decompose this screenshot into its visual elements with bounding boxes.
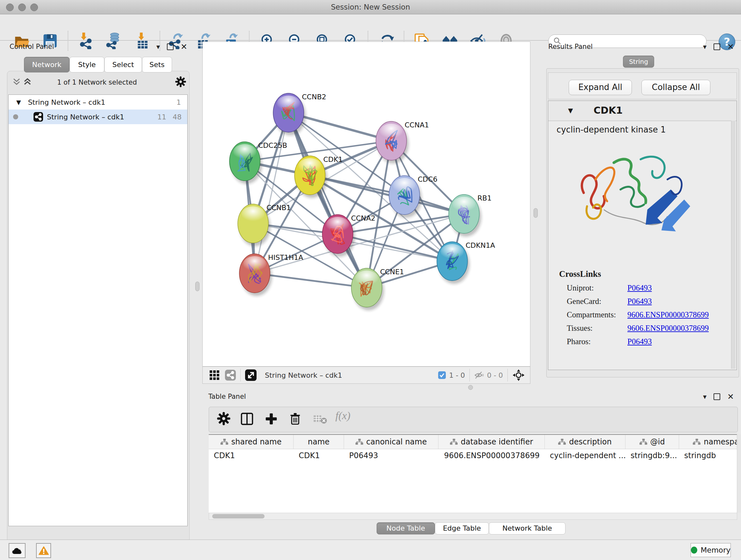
bottom-splitter-handle[interactable] [468,385,473,390]
collapse-all-button[interactable]: Collapse All [642,80,711,95]
protein-structure-image [563,139,697,260]
network-row[interactable]: String Network – cdk1 11 48 [9,110,187,124]
crosslink-label: Tissues: [567,324,627,333]
network-node-ccna2[interactable]: CCNA2 [322,214,375,257]
network-node-rb1[interactable]: RB1 [449,194,491,237]
table-cell[interactable]: 9606.ENSP00000378699 [439,449,545,462]
network-node-hist1h1a[interactable]: HIST1H1A [239,253,303,296]
panel-close-icon[interactable]: ✕ [727,393,734,401]
table-cell[interactable]: P06493 [344,449,439,462]
string-network-icon [33,112,43,122]
tab-node-table[interactable]: Node Table [377,522,435,535]
table-horizontal-scrollbar[interactable] [209,513,737,520]
app-statusbar: Memory [0,540,741,560]
memory-label: Memory [700,546,731,554]
table-cell[interactable]: stringdb:9... [625,449,679,462]
network-node-cdkn1a[interactable]: CDKN1A [437,241,495,284]
panel-menu-icon[interactable]: ▾ [156,44,160,51]
network-options-gear-icon[interactable] [175,76,186,89]
function-builder-fx[interactable]: f(x) [335,410,350,422]
crosslink-value-link[interactable]: 9606.ENSP00000378699 [627,310,709,319]
right-splitter-handle[interactable] [534,208,538,218]
network-label: String Network – cdk1 [47,113,124,121]
memory-button[interactable]: Memory [690,543,731,557]
birds-eye-view-icon[interactable] [512,369,525,381]
table-row[interactable]: CDK1CDK1P064939606.ENSP00000378699cyclin… [209,449,737,462]
table-cell[interactable]: CDK1 [293,449,344,462]
open-in-window-icon[interactable] [245,369,257,381]
tab-style[interactable]: Style [70,57,105,72]
crosslink-value-link[interactable]: 9606.ENSP00000378699 [627,324,709,333]
table-vertical-scrollbar[interactable] [737,434,741,513]
crosslink-row: Pharos:P06493 [567,337,737,346]
memory-status-dot [691,547,697,554]
tab-sets[interactable]: Sets [142,57,172,72]
network-node-ccnb2[interactable]: CCNB2 [273,93,326,135]
cloud-status-button[interactable] [9,543,25,558]
scrollbar-thumb[interactable] [212,514,265,518]
results-panel: Results Panel ▾ ✕ String Expand All Coll… [543,42,741,388]
panel-float-icon[interactable] [167,44,174,50]
tab-select[interactable]: Select [105,57,142,72]
node-label: CDC6 [418,175,437,183]
selected-checkbox-icon[interactable] [438,371,446,379]
crosslink-value-link[interactable]: P06493 [627,337,652,346]
control-panel: Control Panel ▾ ✕ Network Style Select S… [3,42,192,540]
table-cell[interactable]: CDK1 [209,449,293,462]
network-status-dot [13,114,18,119]
delete-table-icon[interactable] [313,414,327,426]
tab-string[interactable]: String [623,56,654,68]
network-thumbnail-icon[interactable] [225,370,236,381]
column-header-description[interactable]: description [545,435,625,449]
crosslink-row: Uniprot:P06493 [567,284,737,293]
panel-float-icon[interactable] [714,44,720,50]
entry-scrollbar[interactable] [731,121,736,369]
node-label: CCNB2 [302,93,326,101]
control-panel-title: Control Panel [10,43,54,51]
panel-close-icon[interactable]: ✕ [181,43,187,51]
table-cell[interactable]: cyclin-dependent ... [545,449,625,462]
column-header-database-identifier[interactable]: database identifier [439,435,545,449]
network-collection-row[interactable]: ▼ String Network – cdk1 1 [9,95,187,110]
column-header-shared-name[interactable]: shared name [209,435,293,449]
left-splitter-handle[interactable] [195,282,199,291]
network-node-ccne1[interactable]: CCNE1 [351,268,404,310]
column-type-icon [693,439,700,445]
panel-float-icon[interactable] [714,393,720,400]
warning-status-button[interactable] [36,543,51,558]
crosslink-value-link[interactable]: P06493 [627,284,652,293]
tab-edge-table[interactable]: Edge Table [435,522,489,535]
network-node-ccna1[interactable]: CCNA1 [376,121,429,164]
show-columns-icon[interactable] [240,412,254,428]
column-header-name[interactable]: name [293,435,344,449]
node-table[interactable]: shared namenamecanonical namedatabase id… [209,434,737,513]
table-toolbar: f(x) [209,407,738,432]
expand-all-button[interactable]: Expand All [569,80,632,95]
gene-entry-header[interactable]: ▼ CDK1 [548,101,737,121]
add-column-plus-icon[interactable] [264,412,279,428]
panel-menu-icon[interactable]: ▾ [703,393,706,400]
table-panel-title: Table Panel [208,393,246,400]
delete-column-trash-icon[interactable] [288,412,302,428]
column-header-canonical-name[interactable]: canonical name [344,435,439,449]
network-view-canvas[interactable]: CCNB2CCNA1CDC25BCDK1CDC6RB1CCNB1CCNA2CDK… [202,42,530,367]
grid-view-icon[interactable] [210,370,219,380]
cloud-icon [12,547,23,555]
crosslink-value-link[interactable]: P06493 [627,297,652,306]
network-node-cdc6[interactable]: CDC6 [389,175,437,218]
tree-expand-icon[interactable]: ▼ [16,99,21,106]
selected-node-edge-counts: 1 - 0 [449,371,465,379]
table-cell[interactable]: stringdb [679,449,737,462]
table-settings-gear-icon[interactable] [217,412,231,427]
tab-network[interactable]: Network [24,57,70,72]
network-edge[interactable] [255,113,288,273]
panel-menu-icon[interactable]: ▾ [703,44,706,51]
tab-network-table[interactable]: Network Table [489,522,565,535]
entry-collapse-icon[interactable]: ▼ [568,107,573,114]
column-header--id[interactable]: @id [625,435,679,449]
panel-close-icon[interactable]: ✕ [727,43,734,51]
network-edge[interactable] [310,175,464,214]
network-view-title: String Network – cdk1 [265,371,342,379]
application-window: Session: New Session [0,0,741,560]
column-header-namespace[interactable]: namespace [679,435,737,449]
